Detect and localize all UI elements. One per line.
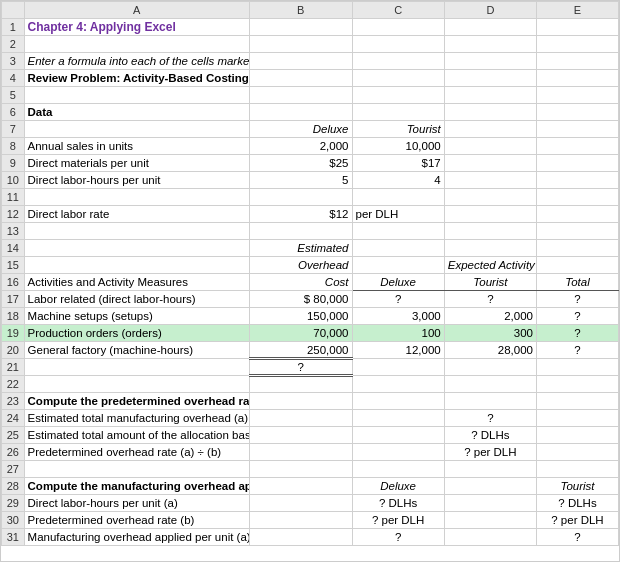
- row-number: 18: [2, 308, 25, 325]
- cell-27-D: [444, 461, 536, 478]
- cell-22-B: [250, 376, 352, 393]
- cell-31-E: ?: [536, 529, 618, 546]
- table-row: 7DeluxeTourist: [2, 121, 619, 138]
- cell-30-C: ? per DLH: [352, 512, 444, 529]
- cell-24-A: Estimated total manufacturing overhead (…: [24, 410, 249, 427]
- row-number: 28: [2, 478, 25, 495]
- row-number: 22: [2, 376, 25, 393]
- table-row: 20General factory (machine-hours)250,000…: [2, 342, 619, 359]
- cell-23-D: [444, 393, 536, 410]
- cell-4-D: [444, 70, 536, 87]
- cell-29-E: ? DLHs: [536, 495, 618, 512]
- table-row: 11: [2, 189, 619, 206]
- cell-21-B: ?: [250, 359, 352, 376]
- cell-17-B: $ 80,000: [250, 291, 352, 308]
- table-row: 23Compute the predetermined overhead rat…: [2, 393, 619, 410]
- cell-6-E: [536, 104, 618, 121]
- cell-19-B: 70,000: [250, 325, 352, 342]
- cell-2-C: [352, 36, 444, 53]
- cell-3-D: [444, 53, 536, 70]
- cell-5-A: [24, 87, 249, 104]
- col-header-a: A: [24, 2, 249, 19]
- row-number: 1: [2, 19, 25, 36]
- row-number: 16: [2, 274, 25, 291]
- cell-25-E: [536, 427, 618, 444]
- cell-22-A: [24, 376, 249, 393]
- cell-16-A: Activities and Activity Measures: [24, 274, 249, 291]
- cell-9-C: $17: [352, 155, 444, 172]
- cell-4-A: Review Problem: Activity-Based Costing: [24, 70, 249, 87]
- cell-3-A: Enter a formula into each of the cells m…: [24, 53, 249, 70]
- table-row: 24Estimated total manufacturing overhead…: [2, 410, 619, 427]
- table-row: 9Direct materials per unit$25$17: [2, 155, 619, 172]
- cell-24-B: [250, 410, 352, 427]
- cell-18-A: Machine setups (setups): [24, 308, 249, 325]
- cell-12-A: Direct labor rate: [24, 206, 249, 223]
- cell-12-D: [444, 206, 536, 223]
- cell-8-C: 10,000: [352, 138, 444, 155]
- cell-26-E: [536, 444, 618, 461]
- cell-7-C: Tourist: [352, 121, 444, 138]
- table-row: 26Predetermined overhead rate (a) ÷ (b)?…: [2, 444, 619, 461]
- cell-29-A: Direct labor-hours per unit (a): [24, 495, 249, 512]
- cell-7-D: [444, 121, 536, 138]
- cell-20-B: 250,000: [250, 342, 352, 359]
- row-number: 31: [2, 529, 25, 546]
- cell-10-A: Direct labor-hours per unit: [24, 172, 249, 189]
- row-number: 20: [2, 342, 25, 359]
- table-row: 1Chapter 4: Applying Excel: [2, 19, 619, 36]
- row-number: 4: [2, 70, 25, 87]
- cell-7-E: [536, 121, 618, 138]
- table-row: 8Annual sales in units2,00010,000: [2, 138, 619, 155]
- cell-21-E: [536, 359, 618, 376]
- row-number: 6: [2, 104, 25, 121]
- cell-4-B: [250, 70, 352, 87]
- row-number: 15: [2, 257, 25, 274]
- cell-2-B: [250, 36, 352, 53]
- row-number: 13: [2, 223, 25, 240]
- table-row: 29Direct labor-hours per unit (a)? DLHs?…: [2, 495, 619, 512]
- cell-20-D: 28,000: [444, 342, 536, 359]
- cell-5-D: [444, 87, 536, 104]
- cell-26-B: [250, 444, 352, 461]
- cell-28-A: Compute the manufacturing overhead appli…: [24, 478, 249, 495]
- cell-5-C: [352, 87, 444, 104]
- table-row: 5: [2, 87, 619, 104]
- cell-9-E: [536, 155, 618, 172]
- cell-4-C: [352, 70, 444, 87]
- row-number: 14: [2, 240, 25, 257]
- cell-4-E: [536, 70, 618, 87]
- row-number: 2: [2, 36, 25, 53]
- row-number: 19: [2, 325, 25, 342]
- row-number: 26: [2, 444, 25, 461]
- cell-11-A: [24, 189, 249, 206]
- row-number: 7: [2, 121, 25, 138]
- cell-10-B: 5: [250, 172, 352, 189]
- cell-21-D: [444, 359, 536, 376]
- cell-28-B: [250, 478, 352, 495]
- cell-20-E: ?: [536, 342, 618, 359]
- table-row: 22: [2, 376, 619, 393]
- cell-12-E: [536, 206, 618, 223]
- cell-6-B: [250, 104, 352, 121]
- cell-14-B: Estimated: [250, 240, 352, 257]
- cell-2-A: [24, 36, 249, 53]
- cell-8-B: 2,000: [250, 138, 352, 155]
- cell-30-D: [444, 512, 536, 529]
- table-row: 16Activities and Activity MeasuresCostDe…: [2, 274, 619, 291]
- cell-30-E: ? per DLH: [536, 512, 618, 529]
- cell-23-E: [536, 393, 618, 410]
- cell-18-D: 2,000: [444, 308, 536, 325]
- table-row: 6Data: [2, 104, 619, 121]
- cell-23-B: [250, 393, 352, 410]
- cell-26-C: [352, 444, 444, 461]
- cell-19-D: 300: [444, 325, 536, 342]
- cell-23-A: Compute the predetermined overhead rate: [24, 393, 249, 410]
- cell-21-C: [352, 359, 444, 376]
- cell-8-A: Annual sales in units: [24, 138, 249, 155]
- row-number: 12: [2, 206, 25, 223]
- cell-20-A: General factory (machine-hours): [24, 342, 249, 359]
- table-row: 28Compute the manufacturing overhead app…: [2, 478, 619, 495]
- table-row: 10Direct labor-hours per unit54: [2, 172, 619, 189]
- cell-17-E: ?: [536, 291, 618, 308]
